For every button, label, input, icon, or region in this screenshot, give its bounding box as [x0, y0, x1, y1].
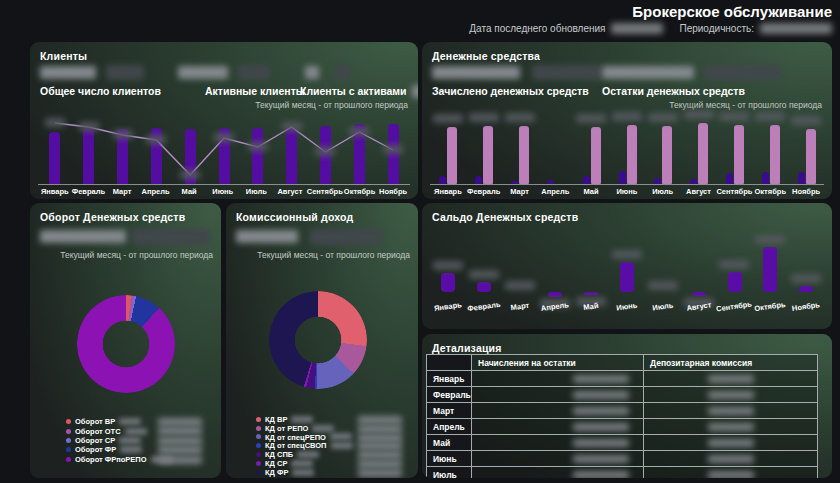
legend-item[interactable]: КД от спецСВОП [256, 441, 402, 450]
line-value-redacted [214, 133, 234, 142]
table-row[interactable]: Июль [427, 467, 818, 479]
details-table[interactable]: Начисления на остаткиДепозитарная комисс… [426, 354, 818, 478]
saldo-bar[interactable] [548, 292, 562, 297]
month-label: Апрель [139, 187, 173, 196]
money-balance-bar[interactable] [662, 126, 672, 184]
money-balance-bar[interactable] [591, 127, 601, 184]
legend-value-redacted [358, 434, 402, 442]
table-cell [472, 387, 644, 403]
money-balance-bar[interactable] [698, 123, 708, 184]
bar-value-redacted [469, 270, 499, 279]
table-row[interactable]: Апрель [427, 419, 818, 435]
money-in-bar[interactable] [475, 176, 482, 184]
saldo-bar[interactable] [584, 292, 598, 295]
legend-item[interactable]: Оборот СР [66, 436, 202, 445]
legend-item[interactable]: Оборот ВР [66, 417, 202, 426]
table-row[interactable]: Март [427, 403, 818, 419]
legend-dot [256, 426, 261, 431]
legend-dot [256, 443, 261, 448]
stat-value-redacted [305, 66, 319, 79]
saldo-bar[interactable] [728, 272, 742, 292]
legend-dot [66, 447, 71, 452]
line-value-redacted [282, 122, 302, 131]
commission-donut-chart[interactable] [269, 291, 367, 389]
legend-item[interactable]: Оборот ОТС [66, 426, 202, 435]
saldo-bar[interactable] [441, 273, 455, 292]
money-balance-bar[interactable] [447, 127, 457, 184]
saldo-bar[interactable] [692, 292, 706, 296]
x-axis-line [430, 184, 824, 185]
table-row-header: Июнь [427, 451, 472, 467]
month-label: Сентябрь [716, 187, 752, 196]
money-balance-bar[interactable] [627, 125, 637, 184]
legend-item[interactable]: Оборот ФР [66, 445, 202, 454]
money-in-bar[interactable] [439, 176, 446, 184]
chart-subtitle: Текущий месяц - от прошлого периода [257, 250, 410, 260]
legend-item[interactable]: КД от РЕПО [256, 424, 402, 433]
month-label: Ноябрь [788, 187, 824, 196]
money-balance-bar[interactable] [806, 129, 816, 184]
panel-details: Детализация Начисления на остаткиДепозит… [422, 334, 832, 478]
legend-item[interactable]: КД от спецРЕПО [256, 433, 402, 442]
money-balance-bar[interactable] [519, 126, 529, 184]
money-in-bar[interactable] [762, 172, 769, 184]
money-in-bar[interactable] [726, 173, 733, 184]
table-cell [472, 467, 644, 479]
table-row[interactable]: Январь [427, 371, 818, 387]
legend-value-redacted [292, 469, 314, 476]
clients-bar-line-chart[interactable] [38, 112, 410, 184]
money-balance-bar[interactable] [770, 125, 780, 184]
saldo-bar[interactable] [763, 247, 777, 292]
table-cell [644, 371, 818, 387]
saldo-bar-chart[interactable] [430, 231, 824, 307]
month-label: Май [172, 187, 206, 196]
legend-label: КД СР [265, 459, 287, 468]
month-label: Август [680, 300, 717, 314]
legend-item[interactable]: КД ФР [256, 468, 402, 477]
turnover-donut-chart[interactable] [77, 295, 175, 393]
legend-dot [66, 419, 71, 424]
legend-label: КД ВР [265, 415, 287, 424]
legend-item[interactable]: КД ВР [256, 415, 402, 424]
cell-value-redacted [708, 471, 754, 479]
legend-value-redacted [331, 442, 353, 449]
bar-value-redacted [684, 110, 714, 119]
bar-value-redacted [648, 113, 678, 122]
saldo-bar[interactable] [799, 286, 813, 292]
turnover-legend: Оборот ВРОборот ОТСОборот СРОборот ФРОбо… [66, 417, 202, 464]
money-in-bar[interactable] [619, 171, 626, 184]
bar-value-redacted [719, 260, 749, 269]
legend-label: Оборот ФР [75, 445, 116, 454]
money-grouped-bar-chart[interactable] [430, 112, 824, 184]
money-in-bar[interactable] [798, 172, 805, 184]
cell-value-redacted [573, 439, 629, 447]
dashboard: Брокерское обслуживание Дата последнего … [0, 0, 840, 483]
table-row[interactable]: Май [427, 435, 818, 451]
legend-item[interactable]: Оборот ФРпоРЕПО [66, 455, 202, 464]
panel-title: Детализация [432, 342, 502, 354]
table-header-row: Начисления на остаткиДепозитарная комисс… [427, 355, 818, 371]
legend-item[interactable]: КД СР [256, 459, 402, 468]
money-balance-bar[interactable] [483, 126, 493, 184]
saldo-bar[interactable] [620, 262, 634, 292]
legend-value-redacted [330, 433, 352, 440]
month-label: Январь [430, 187, 466, 196]
bar-value-redacted [469, 113, 499, 122]
table-row[interactable]: Февраль [427, 387, 818, 403]
saldo-bar[interactable] [477, 282, 491, 292]
stat-value-redacted [432, 66, 520, 79]
money-balance-bar[interactable] [734, 125, 744, 184]
legend-label: КД ФР [265, 468, 288, 477]
month-label: Ноябрь [788, 300, 825, 314]
legend-item[interactable]: КД СПБ [256, 450, 402, 459]
table-row[interactable]: Июнь [427, 451, 818, 467]
table-row-header: Март [427, 403, 472, 419]
bar-value-redacted [612, 250, 642, 259]
month-label: Март [502, 187, 538, 196]
month-label: Апрель [537, 300, 574, 314]
money-in-bar[interactable] [583, 176, 590, 184]
cell-value-redacted [708, 439, 754, 447]
chart-subtitle: Текущий месяц - от прошлого периода [60, 250, 213, 260]
legend-value-redacted [125, 428, 147, 435]
month-label: Октябрь [343, 187, 377, 196]
